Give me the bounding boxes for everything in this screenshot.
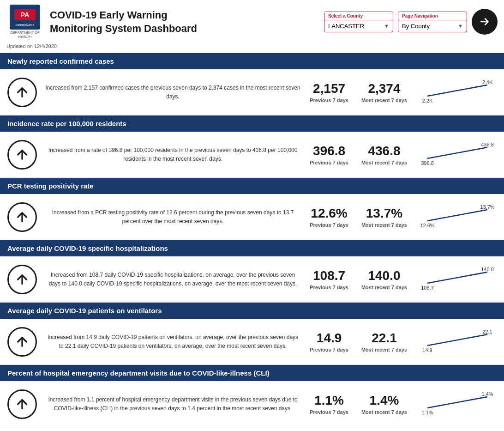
pa-logo: PA pennsylvania DEPARTMENT OF HEALTH xyxy=(6,5,43,39)
nav-arrow-button[interactable] xyxy=(472,9,498,35)
svg-text:436.8: 436.8 xyxy=(481,142,494,147)
recent-value-1: 436.8Most recent 7 days xyxy=(361,144,407,165)
trend-chart-2: 12.6%13.7% xyxy=(418,203,497,231)
section-header-1: Incidence rate per 100,000 residents xyxy=(0,115,504,132)
svg-line-19 xyxy=(427,334,487,346)
metric-desc-2: Increased from a PCR testing positivity … xyxy=(45,208,310,225)
svg-text:1.1%: 1.1% xyxy=(421,410,433,415)
svg-text:140.0: 140.0 xyxy=(481,267,494,272)
arrow-up-icon-3 xyxy=(7,265,37,294)
nav-chevron: ▼ xyxy=(458,23,463,29)
svg-line-3 xyxy=(427,85,487,96)
recent-value-5: 1.4%Most recent 7 days xyxy=(361,393,407,415)
header: PA pennsylvania DEPARTMENT OF HEALTH COV… xyxy=(0,0,504,53)
svg-text:2.2K: 2.2K xyxy=(422,98,433,103)
recent-value-3: 140.0Most recent 7 days xyxy=(361,268,407,290)
logo-line1: pennsylvania xyxy=(16,23,35,27)
page-nav-dropdown[interactable]: Page Navigation By County ▼ xyxy=(398,12,467,32)
metric-desc-4: Increased from 14.9 daily COVID-19 patie… xyxy=(45,333,310,350)
prev-value-1: 396.8Previous 7 days xyxy=(310,144,348,165)
county-dropdown-label: Select a County xyxy=(324,12,393,20)
section-header-2: PCR testing positivity rate xyxy=(0,178,504,194)
county-value: LANCASTER xyxy=(328,23,364,30)
arrow-up-icon-4 xyxy=(7,327,37,357)
nav-value: By County xyxy=(402,23,430,30)
svg-text:1.4%: 1.4% xyxy=(481,391,493,397)
sections-container: Newly reported confirmed cases Increased… xyxy=(0,53,504,427)
svg-text:2.4K: 2.4K xyxy=(482,79,493,85)
county-dropdown[interactable]: Select a County LANCASTER ▼ xyxy=(324,12,393,32)
svg-line-7 xyxy=(427,147,487,158)
section-header-4: Average daily COVID-19 patients on venti… xyxy=(0,303,504,319)
svg-text:396.8: 396.8 xyxy=(421,160,434,166)
metric-desc-5: Increased from 1.1 percent of hospital e… xyxy=(45,395,310,413)
arrow-right-icon xyxy=(479,16,491,28)
arrow-up-icon-2 xyxy=(7,202,37,232)
svg-line-15 xyxy=(427,272,487,283)
recent-value-4: 22.1Most recent 7 days xyxy=(361,331,407,352)
metric-row-3: Increased from 108.7 daily COVID-19 spec… xyxy=(0,256,504,303)
prev-value-5: 1.1%Previous 7 days xyxy=(310,393,348,415)
trend-chart-4: 14.922.1 xyxy=(418,328,497,355)
trend-chart-3: 108.7140.0 xyxy=(418,266,497,293)
arrow-up-icon-1 xyxy=(7,140,37,170)
svg-text:14.9: 14.9 xyxy=(422,347,432,353)
page-title: COVID-19 Early Warning Monitoring System… xyxy=(50,8,318,36)
arrow-up-icon-0 xyxy=(7,78,37,107)
logo-dept: DEPARTMENT OF HEALTH xyxy=(6,30,43,39)
metric-row-0: Increased from 2,157 confirmed cases the… xyxy=(0,69,504,115)
svg-text:22.1: 22.1 xyxy=(482,329,492,334)
svg-text:108.7: 108.7 xyxy=(421,285,434,291)
trend-chart-5: 1.1%1.4% xyxy=(418,390,497,418)
metric-row-2: Increased from a PCR testing positivity … xyxy=(0,194,504,240)
section-header-5: Percent of hospital emergency department… xyxy=(0,365,504,381)
svg-text:12.6%: 12.6% xyxy=(420,223,434,228)
pa-state-icon: PA xyxy=(13,7,36,22)
recent-value-0: 2,374Most recent 7 days xyxy=(361,81,407,103)
section-header-3: Average daily COVID-19 specific hospital… xyxy=(0,240,504,256)
nav-dropdown-label: Page Navigation xyxy=(398,12,467,20)
prev-value-0: 2,157Previous 7 days xyxy=(310,81,348,103)
metric-desc-3: Increased from 108.7 daily COVID-19 spec… xyxy=(45,271,310,288)
trend-chart-1: 396.8436.8 xyxy=(418,141,497,168)
svg-line-23 xyxy=(427,397,487,408)
prev-value-4: 14.9Previous 7 days xyxy=(310,331,348,352)
metric-desc-1: Increased from a rate of 396.8 per 100,0… xyxy=(45,146,310,163)
section-header-0: Newly reported confirmed cases xyxy=(0,53,504,69)
metric-row-4: Increased from 14.9 daily COVID-19 patie… xyxy=(0,319,504,365)
metric-row-1: Increased from a rate of 396.8 per 100,0… xyxy=(0,132,504,178)
prev-value-2: 12.6%Previous 7 days xyxy=(310,206,348,228)
arrow-up-icon-5 xyxy=(7,389,37,419)
prev-value-3: 108.7Previous 7 days xyxy=(310,268,348,290)
updated-date: Updated on 12/4/2020 xyxy=(0,43,504,53)
recent-value-2: 13.7%Most recent 7 days xyxy=(361,206,407,228)
metric-row-5: Increased from 1.1 percent of hospital e… xyxy=(0,381,504,427)
svg-text:PA: PA xyxy=(21,11,29,18)
county-chevron: ▼ xyxy=(384,23,389,29)
svg-text:13.7%: 13.7% xyxy=(480,204,494,210)
trend-chart-0: 2.2K2.4K xyxy=(418,79,497,106)
svg-line-11 xyxy=(427,210,487,221)
metric-desc-0: Increased from 2,157 confirmed cases the… xyxy=(45,84,310,101)
